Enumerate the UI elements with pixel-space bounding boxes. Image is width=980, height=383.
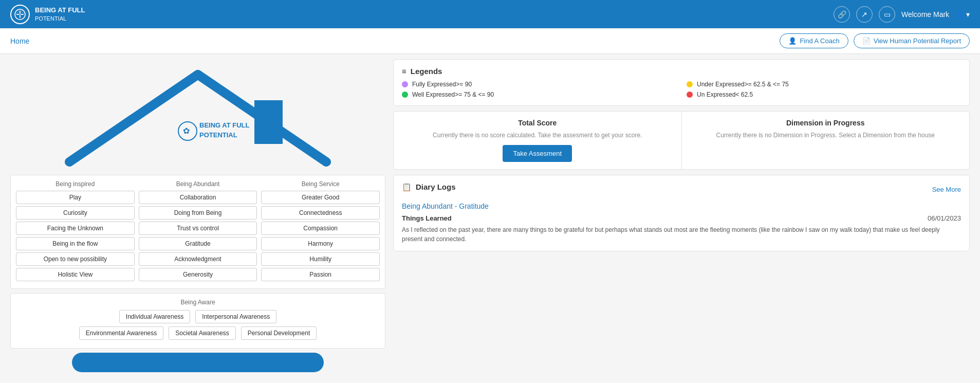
fully-expressed-label: Fully Expressed>= 90: [412, 81, 472, 88]
left-panel: BEING AT FULL POTENTIAL ✿ Being inspired…: [10, 59, 385, 378]
being-service-column: Being Service Greater Good Connectedness…: [261, 180, 380, 283]
take-assessment-button[interactable]: Take Assesment: [503, 145, 572, 162]
being-service-title: Being Service: [261, 180, 380, 188]
total-score-title: Total Score: [402, 119, 673, 127]
logo: BEING AT FULL POTENTIAL: [10, 5, 85, 24]
under-expressed-label: Under Expressed>= 62.5 & <= 75: [697, 81, 789, 88]
being-inspired-curiosity[interactable]: Curiosity: [16, 206, 135, 220]
being-inspired-open[interactable]: Open to new possibility: [16, 252, 135, 266]
dimension-col: Dimension in Progress Currently there is…: [682, 112, 970, 169]
being-abundant-acknowledgment[interactable]: Acknowledgment: [139, 252, 257, 266]
well-expressed-dot: [402, 92, 408, 98]
being-inspired-title: Being inspired: [16, 180, 135, 188]
total-score-col: Total Score Currently there is no score …: [394, 112, 682, 169]
oval-action-button[interactable]: [72, 353, 324, 372]
aware-personal[interactable]: Personal Development: [241, 326, 317, 340]
aware-interpersonal[interactable]: Interpersonal Awareness: [195, 310, 276, 323]
oval-button-container: [10, 353, 385, 372]
link-icon-button[interactable]: 🔗: [834, 6, 850, 23]
being-abundant-trust[interactable]: Trust vs control: [139, 222, 257, 235]
diary-title: 📋 Diary Logs: [402, 183, 456, 192]
being-abundant-column: Being Abundant Collaboration Doing from …: [139, 180, 257, 283]
being-service-connectedness[interactable]: Connectedness: [261, 206, 380, 220]
being-abundant-doing[interactable]: Doing from Being: [139, 206, 257, 220]
view-report-button[interactable]: 📄 View Human Potential Report: [854, 33, 970, 48]
being-abundant-collaboration[interactable]: Collaboration: [139, 191, 257, 204]
being-inspired-play[interactable]: Play: [16, 191, 135, 204]
find-coach-button[interactable]: 👤 Find A Coach: [780, 33, 848, 48]
under-expressed-dot: [687, 81, 693, 87]
diary-card: 📋 Diary Logs See More Being Abundant - G…: [393, 175, 970, 251]
being-inspired-column: Being inspired Play Curiosity Facing the…: [16, 180, 135, 283]
logo-icon: [10, 5, 30, 24]
logo-text: BEING AT FULL POTENTIAL: [35, 6, 85, 22]
un-expressed-dot: [687, 92, 693, 98]
being-service-harmony[interactable]: Harmony: [261, 237, 380, 250]
being-columns: Being inspired Play Curiosity Facing the…: [10, 175, 385, 289]
house-diagram: BEING AT FULL POTENTIAL ✿: [10, 59, 385, 172]
legend-under-expressed: Under Expressed>= 62.5 & <= 75: [687, 81, 961, 88]
being-inspired-flow[interactable]: Being in the flow: [16, 237, 135, 250]
aware-societal[interactable]: Societal Awareness: [169, 326, 236, 340]
being-abundant-generosity[interactable]: Generosity: [139, 268, 257, 281]
being-service-passion[interactable]: Passion: [261, 268, 380, 281]
aware-environmental[interactable]: Environmental Awareness: [79, 326, 164, 340]
un-expressed-label: Un Expressed< 62.5: [697, 91, 753, 98]
being-aware-title: Being Aware: [19, 299, 377, 306]
sub-header-buttons: 👤 Find A Coach 📄 View Human Potential Re…: [780, 33, 970, 48]
being-service-compassion[interactable]: Compassion: [261, 222, 380, 235]
fully-expressed-dot: [402, 81, 408, 87]
share-icon-button[interactable]: ↗: [856, 6, 873, 23]
diary-entry-meta: Things Learned 06/01/2023: [402, 214, 961, 222]
legends-grid: Fully Expressed>= 90 Under Expressed>= 6…: [402, 81, 961, 98]
dimension-title: Dimension in Progress: [690, 119, 961, 127]
legend-un-expressed: Un Expressed< 62.5: [687, 91, 961, 98]
header-right: 🔗 ↗ ▭ Welcome Mark 👤 ▾: [834, 6, 970, 23]
svg-text:✿: ✿: [183, 126, 190, 135]
legends-icon: ≡: [402, 67, 406, 76]
welcome-text: Welcome Mark: [901, 10, 949, 19]
user-menu-button[interactable]: 👤 ▾: [955, 10, 970, 19]
svg-rect-1: [254, 100, 283, 144]
bookmark-icon-button[interactable]: ▭: [879, 6, 895, 23]
diary-entry-title: Being Abundant - Gratitude: [402, 202, 961, 210]
total-score-desc: Currently there is no score calculated. …: [402, 131, 673, 140]
diary-icon: 📋: [402, 183, 412, 192]
svg-text:BEING AT FULL: BEING AT FULL: [199, 121, 250, 129]
sub-header: Home 👤 Find A Coach 📄 View Human Potenti…: [0, 28, 980, 54]
legend-well-expressed: Well Expressed>= 75 & <= 90: [402, 91, 676, 98]
diary-entry-heading: Things Learned: [402, 214, 452, 222]
view-report-icon: 📄: [862, 37, 871, 45]
aware-row-2: Environmental Awareness Societal Awarene…: [19, 326, 377, 340]
see-more-link[interactable]: See More: [932, 186, 961, 193]
score-row: Total Score Currently there is no score …: [393, 111, 970, 170]
legends-title: ≡ Legends: [402, 67, 961, 76]
being-aware-section: Being Aware Individual Awareness Interpe…: [10, 293, 385, 349]
being-service-greater-good[interactable]: Greater Good: [261, 191, 380, 204]
being-abundant-gratitude[interactable]: Gratitude: [139, 237, 257, 250]
main-content: BEING AT FULL POTENTIAL ✿ Being inspired…: [0, 54, 980, 383]
dimension-desc: Currently there is no Dimension in Progr…: [690, 131, 961, 140]
find-coach-icon: 👤: [788, 37, 797, 45]
diary-header: 📋 Diary Logs See More: [402, 183, 961, 197]
being-service-humility[interactable]: Humility: [261, 252, 380, 266]
diary-entry-date: 06/01/2023: [928, 214, 961, 222]
home-link[interactable]: Home: [10, 37, 29, 45]
being-abundant-title: Being Abundant: [139, 180, 257, 188]
main-header: BEING AT FULL POTENTIAL 🔗 ↗ ▭ Welcome Ma…: [0, 0, 980, 28]
right-panel: ≡ Legends Fully Expressed>= 90 Under Exp…: [385, 59, 970, 378]
being-inspired-facing[interactable]: Facing the Unknown: [16, 222, 135, 235]
svg-text:POTENTIAL: POTENTIAL: [199, 131, 237, 139]
aware-row-1: Individual Awareness Interpersonal Aware…: [19, 310, 377, 323]
aware-individual[interactable]: Individual Awareness: [119, 310, 191, 323]
legends-card: ≡ Legends Fully Expressed>= 90 Under Exp…: [393, 59, 970, 106]
legend-fully-expressed: Fully Expressed>= 90: [402, 81, 676, 88]
well-expressed-label: Well Expressed>= 75 & <= 90: [412, 91, 494, 98]
diary-entry-text: As I reflected on the past year, there a…: [402, 225, 961, 244]
being-inspired-holistic[interactable]: Holistic View: [16, 268, 135, 281]
